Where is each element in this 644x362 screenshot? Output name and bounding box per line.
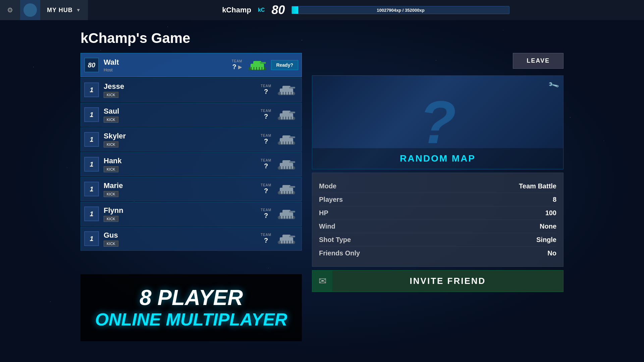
player-info: Jesse KICK	[104, 82, 261, 98]
ready-button[interactable]: Ready?	[271, 60, 298, 70]
team-value: ?	[264, 237, 268, 244]
tank-icon	[275, 156, 298, 173]
map-preview: ? RANDOM MAP 🔧	[312, 75, 564, 169]
mode-value: Team Battle	[519, 182, 556, 190]
team-selector: ?	[264, 237, 268, 244]
team-section: TEAM ?	[261, 208, 271, 220]
kick-button[interactable]: KICK	[104, 141, 118, 147]
player-name-label: Hank	[104, 157, 261, 165]
wrench-icon[interactable]: 🔧	[547, 79, 559, 91]
players-row: Players 8	[319, 193, 556, 206]
team-value: ?	[264, 88, 268, 96]
team-value: ?	[264, 162, 268, 170]
player-row: 1 Saul KICK TEAM ?	[80, 103, 302, 127]
player-row: 1 Marie KICK TEAM ?	[80, 177, 302, 201]
team-value: ?	[264, 113, 268, 120]
svg-rect-57	[289, 211, 295, 213]
team-label: TEAM	[261, 134, 271, 137]
game-info: Mode Team Battle Players 8 HP 100 Wind N…	[312, 173, 564, 267]
mode-row: Mode Team Battle	[319, 180, 556, 193]
tank-icon	[275, 230, 298, 247]
player-row: 1 Jesse KICK TEAM ?	[80, 78, 302, 102]
team-selector: ?	[264, 88, 268, 96]
player-info: Marie KICK	[104, 181, 261, 197]
shot-type-row: Shot Type Single	[319, 233, 556, 247]
map-name: RANDOM MAP	[312, 148, 563, 169]
host-label: Host	[104, 67, 232, 72]
player-name-label: Marie	[104, 181, 261, 190]
player-tag: kC	[258, 7, 265, 13]
team-label: TEAM	[261, 159, 271, 162]
tank-icon	[275, 81, 298, 98]
svg-rect-3	[260, 62, 266, 64]
arrow-right-icon: ▶	[238, 64, 242, 70]
player-row: 1 Flynn KICK TEAM ?	[80, 202, 302, 226]
team-selector: ?	[264, 113, 268, 120]
my-hub-label: MY HUB	[47, 7, 73, 14]
kick-button[interactable]: KICK	[104, 191, 118, 197]
leave-button[interactable]: LEAVE	[513, 53, 564, 69]
team-section: TEAM ?	[261, 109, 271, 120]
kick-button[interactable]: KICK	[104, 241, 118, 247]
team-section: TEAM ? ▶	[232, 59, 243, 71]
player-level-badge: 80	[84, 58, 99, 72]
tank-icon	[275, 181, 298, 197]
player-row: 80 Walt Host TEAM ? ▶ Ready?	[80, 53, 302, 77]
top-bar-center: kChamp kC 80 10027904xp / 352000xp	[88, 3, 644, 17]
svg-rect-66	[289, 236, 295, 237]
player-name-label: Skyler	[104, 132, 261, 140]
kick-button[interactable]: KICK	[104, 166, 118, 172]
settings-button[interactable]: ⚙	[0, 0, 20, 20]
xp-text: 10027904xp / 352000xp	[292, 6, 509, 14]
svg-rect-30	[289, 136, 295, 138]
svg-rect-39	[289, 161, 295, 163]
player-row: 1 Skyler KICK TEAM ?	[80, 127, 302, 152]
player-name-label: Walt	[104, 58, 232, 67]
team-selector: ?	[264, 187, 268, 195]
xp-bar: 10027904xp / 352000xp	[291, 6, 509, 14]
kick-button[interactable]: KICK	[104, 92, 118, 98]
tank-icon	[275, 106, 298, 123]
player-level-badge: 1	[84, 107, 99, 122]
promo-line1: 8 PLAYER	[140, 286, 243, 309]
player-row: 1 Gus KICK TEAM ?	[80, 227, 302, 251]
mode-label: Mode	[319, 182, 336, 190]
promo-line2: ONLINE MULTIPLAYER	[95, 309, 287, 329]
team-label: TEAM	[261, 84, 271, 88]
avatar-shape	[23, 3, 37, 17]
my-hub-button[interactable]: MY HUB ▼	[40, 0, 88, 20]
team-value: ?	[264, 187, 268, 195]
svg-rect-21	[289, 112, 295, 113]
team-section: TEAM ?	[261, 134, 271, 145]
envelope-symbol: ✉	[319, 276, 326, 287]
wind-row: Wind None	[319, 220, 556, 233]
shot-type-label: Shot Type	[319, 236, 351, 244]
team-label: TEAM	[261, 109, 271, 113]
wind-label: Wind	[319, 223, 335, 230]
hp-row: HP 100	[319, 206, 556, 220]
invite-friend-button[interactable]: ✉ INVITE FRIEND	[312, 270, 564, 292]
wind-value: None	[540, 223, 556, 230]
player-name-label: Jesse	[104, 82, 261, 91]
top-bar: ⚙ MY HUB ▼ kChamp kC 80 10027904xp / 352…	[0, 0, 644, 20]
envelope-icon: ✉	[312, 270, 332, 292]
player-name-label: Saul	[104, 107, 261, 116]
content-row: 80 Walt Host TEAM ? ▶ Ready? 1 J	[80, 53, 564, 352]
tank-icon	[246, 57, 269, 73]
gear-icon: ⚙	[7, 6, 13, 14]
shot-type-value: Single	[536, 236, 556, 244]
right-panel: LEAVE ? RANDOM MAP 🔧 Mode Team Battle Pl…	[312, 53, 564, 352]
team-label: TEAM	[261, 233, 271, 237]
team-selector[interactable]: ? ▶	[232, 63, 241, 71]
player-info: Gus KICK	[104, 231, 261, 247]
player-level-badge: 1	[84, 132, 99, 147]
player-name-label: Flynn	[104, 206, 261, 215]
svg-rect-12	[289, 87, 295, 88]
player-level-badge: 1	[84, 157, 99, 172]
player-level-badge: 1	[84, 206, 99, 221]
team-section: TEAM ?	[261, 84, 271, 96]
player-level: 80	[271, 3, 285, 17]
kick-button[interactable]: KICK	[104, 216, 118, 222]
friends-only-label: Friends Only	[319, 249, 360, 257]
kick-button[interactable]: KICK	[104, 117, 118, 123]
